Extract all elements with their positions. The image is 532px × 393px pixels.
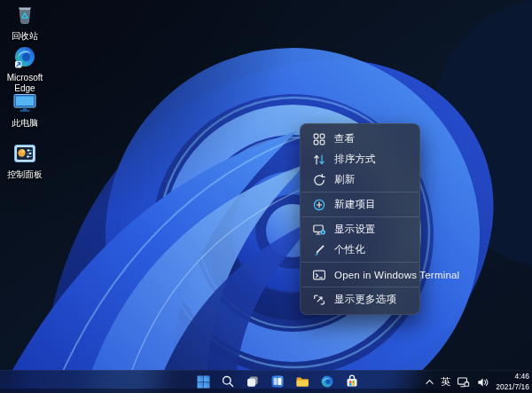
store-icon — [345, 374, 359, 389]
clock-time: 4:46 — [496, 372, 529, 381]
folder-icon — [295, 374, 309, 389]
desktop-icon-recycle-bin[interactable]: 回收站 — [2, 2, 48, 42]
menu-item-label: 显示更多选项 — [334, 293, 396, 306]
shortcut-arrow-badge — [15, 61, 22, 68]
menu-item-refresh[interactable]: 刷新 — [303, 169, 417, 190]
file-explorer-button[interactable] — [293, 372, 312, 391]
sort-arrows-icon — [312, 153, 326, 167]
edge-icon — [12, 45, 37, 70]
widgets-button[interactable] — [268, 372, 287, 391]
desktop-context-menu: 查看 排序方式 刷新 — [300, 123, 420, 315]
edge-button[interactable] — [317, 372, 337, 391]
task-view-button[interactable] — [243, 372, 262, 391]
desktop-icon-label: 此电脑 — [12, 118, 38, 129]
taskbar-center-buttons — [193, 372, 362, 391]
clock-date: 2021/7/16 — [496, 382, 529, 392]
personalize-icon — [312, 243, 326, 257]
desktop-icon-microsoft-edge[interactable]: Microsoft Edge — [2, 45, 48, 94]
task-view-icon — [246, 374, 260, 389]
menu-separator — [301, 262, 419, 263]
network-button[interactable] — [457, 376, 470, 389]
menu-item-open-in-windows-terminal[interactable]: Open in Windows Terminal — [303, 264, 417, 285]
ime-language-indicator[interactable]: 英 — [441, 377, 450, 387]
menu-item-label: 显示设置 — [334, 223, 376, 236]
menu-item-display-settings[interactable]: 显示设置 — [303, 219, 417, 240]
new-item-icon — [312, 198, 326, 212]
speaker-icon — [476, 376, 489, 389]
store-button[interactable] — [342, 372, 362, 391]
chevron-up-icon — [425, 378, 434, 386]
clock[interactable]: 4:46 2021/7/16 — [496, 372, 529, 391]
menu-item-sort-by[interactable]: 排序方式 — [303, 149, 417, 169]
windows-logo-icon — [196, 374, 211, 389]
windows11-desktop: 回收站 Microsoft Edge 此电脑 — [0, 0, 532, 393]
show-more-icon — [312, 293, 326, 307]
desktop-icon-label: 控制面板 — [7, 169, 43, 180]
widgets-icon — [270, 374, 285, 389]
volume-button[interactable] — [476, 376, 489, 389]
hidden-icons-button[interactable] — [425, 378, 434, 386]
recycle-bin-icon — [12, 2, 38, 28]
menu-separator — [301, 216, 419, 217]
menu-item-label: 查看 — [334, 132, 355, 145]
this-pc-icon — [12, 89, 38, 115]
desktop-icon-label: 回收站 — [12, 31, 38, 42]
control-panel-icon — [12, 140, 38, 167]
menu-item-personalize[interactable]: 个性化 — [303, 240, 417, 260]
system-tray: 英 4:46 2021/7/16 — [425, 371, 529, 393]
menu-item-show-more-options[interactable]: 显示更多选项 — [303, 289, 417, 310]
display-settings-icon — [312, 223, 326, 237]
menu-separator — [301, 192, 419, 193]
terminal-icon — [312, 268, 326, 282]
desktop-icon-this-pc[interactable]: 此电脑 — [2, 89, 48, 129]
bloom-wallpaper — [0, 0, 532, 393]
search-icon — [221, 374, 235, 389]
taskbar: 英 4:46 2021/7/16 — [0, 370, 532, 393]
menu-item-label: Open in Windows Terminal — [334, 270, 459, 280]
start-button[interactable] — [193, 372, 213, 391]
edge-icon — [320, 374, 334, 389]
menu-separator — [301, 287, 419, 287]
refresh-icon — [312, 173, 326, 187]
menu-item-label: 新建项目 — [334, 198, 376, 211]
search-button[interactable] — [218, 372, 238, 391]
desktop-icon-control-panel[interactable]: 控制面板 — [2, 140, 48, 180]
network-ethernet-icon — [457, 376, 470, 389]
menu-item-view[interactable]: 查看 — [303, 129, 417, 149]
view-grid-icon — [312, 132, 326, 146]
menu-item-label: 排序方式 — [334, 153, 376, 166]
menu-item-label: 刷新 — [334, 173, 355, 186]
menu-item-new-item[interactable]: 新建项目 — [303, 194, 417, 215]
menu-item-label: 个性化 — [334, 243, 365, 256]
